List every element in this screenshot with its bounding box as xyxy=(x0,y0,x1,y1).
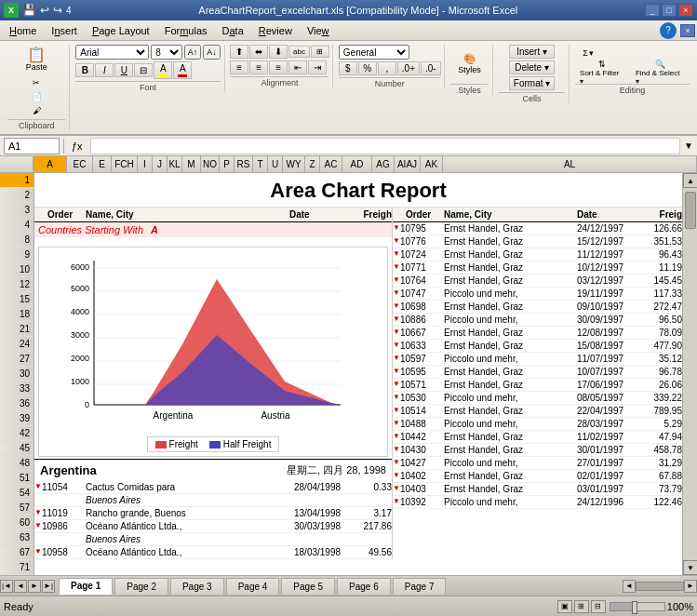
scroll-right-button[interactable]: ► xyxy=(684,580,697,593)
decrease-decimal-button[interactable]: .0- xyxy=(421,61,441,75)
tab-page1[interactable]: Page 1 xyxy=(59,578,113,595)
row-57[interactable]: 57 xyxy=(0,501,34,516)
col-header-i[interactable]: I xyxy=(138,156,153,172)
tab-page5[interactable]: Page 5 xyxy=(281,578,335,595)
tab-last-button[interactable]: ►| xyxy=(42,580,55,593)
col-header-ec[interactable]: EC xyxy=(67,156,93,172)
tab-prev-button[interactable]: ◄ xyxy=(14,580,27,593)
row-10[interactable]: 10 xyxy=(0,262,34,277)
quick-access-undo[interactable]: ↩ xyxy=(40,4,49,17)
page-break-view-button[interactable]: ⊟ xyxy=(591,600,606,613)
autosum-button[interactable]: Σ ▾ xyxy=(575,45,601,61)
row-60[interactable]: 60 xyxy=(0,516,34,530)
insert-cells-button[interactable]: Insert ▾ xyxy=(509,45,555,59)
col-header-z[interactable]: Z xyxy=(305,156,320,172)
h-scroll-thumb[interactable] xyxy=(636,582,684,591)
font-name-select[interactable]: Arial xyxy=(75,45,149,60)
styles-button[interactable]: 🎨 Styles xyxy=(453,45,486,82)
col-header-k[interactable]: KL xyxy=(168,156,182,172)
col-header-e[interactable]: E xyxy=(93,156,112,172)
border-button[interactable]: ⊟ xyxy=(134,63,153,77)
col-header-a[interactable]: A xyxy=(34,156,67,172)
vertical-scrollbar[interactable]: ▲ ▼ xyxy=(682,173,697,575)
scroll-down-button[interactable]: ▼ xyxy=(683,560,697,575)
quick-access-redo[interactable]: ↪ xyxy=(53,4,62,17)
col-header-m[interactable]: M xyxy=(182,156,201,172)
normal-view-button[interactable]: ▣ xyxy=(557,600,572,613)
col-header-p[interactable]: P xyxy=(220,156,235,172)
font-color-button[interactable]: A xyxy=(173,61,192,79)
tab-page3[interactable]: Page 3 xyxy=(170,578,224,595)
row-1[interactable]: 1 xyxy=(0,173,34,188)
row-27[interactable]: 27 xyxy=(0,352,34,367)
comma-button[interactable]: , xyxy=(378,61,396,75)
row-21[interactable]: 21 xyxy=(0,322,34,337)
menu-page-layout[interactable]: Page Layout xyxy=(85,23,157,38)
font-size-select[interactable]: 8 xyxy=(151,45,182,60)
scroll-left-button[interactable]: ◄ xyxy=(623,580,636,593)
col-header-t[interactable]: T xyxy=(253,156,268,172)
col-header-r[interactable]: RS xyxy=(235,156,253,172)
help-icon[interactable]: ? xyxy=(660,22,677,39)
format-cells-button[interactable]: Format ▾ xyxy=(509,76,555,90)
page-layout-view-button[interactable]: ⊞ xyxy=(574,600,589,613)
align-bottom-button[interactable]: ⬇ xyxy=(269,45,288,59)
align-top-button[interactable]: ⬆ xyxy=(230,45,248,59)
col-header-al[interactable]: AL xyxy=(443,156,697,172)
row-45[interactable]: 45 xyxy=(0,441,34,456)
scroll-up-button[interactable]: ▲ xyxy=(683,173,697,188)
row-42[interactable]: 42 xyxy=(0,426,34,441)
row-54[interactable]: 54 xyxy=(0,486,34,501)
increase-indent-button[interactable]: ⇥ xyxy=(308,60,327,74)
cell-reference-box[interactable] xyxy=(4,138,60,154)
col-header-ac[interactable]: AC xyxy=(320,156,342,172)
increase-decimal-button[interactable]: .0+ xyxy=(397,61,420,75)
menu-data[interactable]: Data xyxy=(215,23,251,38)
row-48[interactable]: 48 xyxy=(0,456,34,471)
row-33[interactable]: 33 xyxy=(0,382,34,396)
bold-button[interactable]: B xyxy=(75,63,94,77)
decrease-indent-button[interactable]: ⇤ xyxy=(288,60,307,74)
close-button[interactable]: × xyxy=(678,4,693,17)
copy-button[interactable]: 📄 xyxy=(23,90,49,103)
tab-page7[interactable]: Page 7 xyxy=(393,578,447,595)
zoom-slider[interactable] xyxy=(610,602,665,611)
col-header-j[interactable]: J xyxy=(153,156,168,172)
row-3[interactable]: 3 xyxy=(0,203,34,218)
italic-button[interactable]: I xyxy=(95,63,114,77)
row-8[interactable]: 8 xyxy=(0,233,34,248)
align-left-button[interactable]: ≡ xyxy=(230,60,248,74)
decrease-font-button[interactable]: A↓ xyxy=(203,45,221,60)
menu-view[interactable]: View xyxy=(300,23,337,38)
row-4[interactable]: 4 xyxy=(0,218,34,233)
row-18[interactable]: 18 xyxy=(0,307,34,322)
zoom-thumb[interactable] xyxy=(632,601,637,614)
fill-color-button[interactable]: A xyxy=(154,61,172,79)
quick-access-save[interactable]: 💾 xyxy=(22,4,36,17)
formula-input[interactable] xyxy=(90,138,680,154)
number-format-select[interactable]: General xyxy=(339,45,409,60)
menu-insert[interactable]: Insert xyxy=(44,23,85,38)
currency-button[interactable]: $ xyxy=(339,61,357,75)
row-30[interactable]: 30 xyxy=(0,367,34,382)
wrap-text-button[interactable]: abc xyxy=(288,46,310,58)
tab-page2[interactable]: Page 2 xyxy=(114,578,168,595)
row-39[interactable]: 39 xyxy=(0,411,34,426)
col-header-w[interactable]: WY xyxy=(283,156,305,172)
col-header-ag[interactable]: AG xyxy=(372,156,395,172)
col-header-u[interactable]: U xyxy=(268,156,283,172)
tab-first-button[interactable]: |◄ xyxy=(0,580,13,593)
align-middle-button[interactable]: ⬌ xyxy=(249,45,268,59)
delete-cells-button[interactable]: Delete ▾ xyxy=(509,60,555,74)
row-12[interactable]: 12 xyxy=(0,277,34,292)
row-51[interactable]: 51 xyxy=(0,471,34,486)
format-painter-button[interactable]: 🖌 xyxy=(23,104,49,117)
col-header-n[interactable]: NO xyxy=(201,156,220,172)
align-center-button[interactable]: ≡ xyxy=(249,60,268,74)
menu-formulas[interactable]: Formulas xyxy=(157,23,215,38)
maximize-button[interactable]: □ xyxy=(662,4,677,17)
align-right-button[interactable]: ≡ xyxy=(269,60,288,74)
function-wizard-button[interactable]: ƒx xyxy=(68,141,87,152)
paste-button[interactable]: 📋 Paste xyxy=(21,45,52,74)
menu-home[interactable]: Home xyxy=(2,23,44,38)
